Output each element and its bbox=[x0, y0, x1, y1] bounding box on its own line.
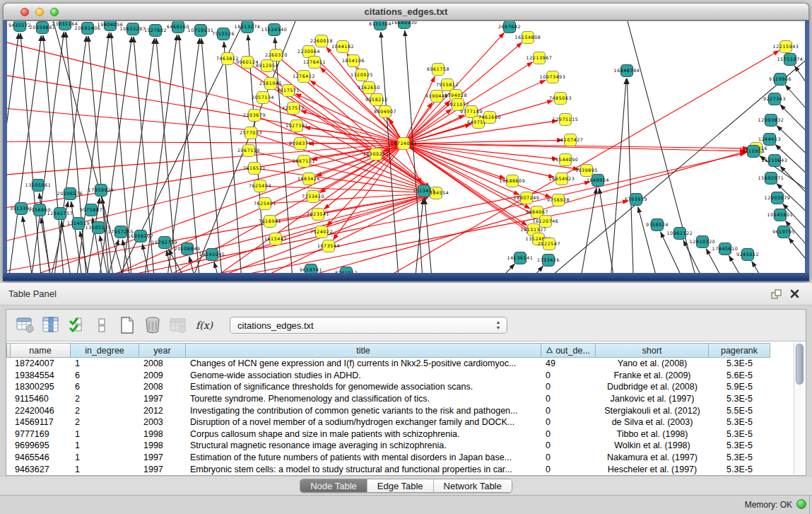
select-columns-icon[interactable] bbox=[64, 314, 88, 337]
column-header-out_de[interactable]: out_de... bbox=[541, 343, 596, 358]
citation-edge-black[interactable] bbox=[777, 184, 805, 231]
citation-edge-red[interactable] bbox=[404, 33, 505, 144]
cell-year[interactable]: 2009 bbox=[139, 370, 186, 380]
rows-icon[interactable] bbox=[90, 314, 114, 337]
cell-name[interactable]: 9465546 bbox=[11, 452, 71, 462]
cell-year[interactable]: 2008 bbox=[139, 382, 186, 392]
cell-out_de[interactable]: 0 bbox=[541, 452, 596, 462]
citation-edge-black[interactable] bbox=[464, 264, 514, 273]
column-header-in_degree[interactable]: in_degree bbox=[71, 343, 139, 358]
table-row[interactable]: 1872400712008Changes of HCN gene express… bbox=[6, 358, 806, 370]
cell-short[interactable]: Franke et al. (2009) bbox=[596, 370, 709, 380]
column-header-pagerank[interactable]: pagerank bbox=[709, 343, 770, 358]
cell-out_de[interactable]: 0 bbox=[541, 370, 596, 380]
table-vertical-scrollbar[interactable] bbox=[794, 343, 804, 474]
cell-short[interactable]: Nakamura et al. (1997) bbox=[596, 452, 709, 462]
citation-edge-black[interactable] bbox=[599, 188, 620, 273]
citation-edge-black[interactable] bbox=[7, 35, 42, 273]
network-canvas[interactable]: 1872400719384554183002951615480812213967… bbox=[7, 21, 805, 273]
table-row[interactable]: 969969511998Structural magnetic resonanc… bbox=[6, 440, 806, 452]
cell-in_degree[interactable]: 2 bbox=[71, 406, 139, 416]
cell-name[interactable]: 22420046 bbox=[11, 406, 71, 416]
cell-short[interactable]: Jankovic et al. (1997) bbox=[596, 394, 709, 404]
cell-year[interactable]: 1998 bbox=[139, 429, 186, 439]
new-table-icon[interactable] bbox=[115, 314, 139, 337]
network-window-titlebar[interactable]: citations_edges.txt bbox=[3, 3, 809, 21]
cell-name[interactable]: 19384554 bbox=[11, 370, 71, 380]
citation-edge-red[interactable] bbox=[7, 194, 428, 273]
column-chooser-icon[interactable] bbox=[39, 314, 63, 337]
cell-year[interactable]: 1997 bbox=[139, 465, 186, 474]
cell-title[interactable]: Embryonic stem cells: a model to study s… bbox=[186, 465, 541, 474]
cell-name[interactable]: 9463627 bbox=[11, 465, 71, 474]
cell-in_degree[interactable]: 1 bbox=[71, 358, 139, 368]
cell-title[interactable]: Estimation of the future numbers of pati… bbox=[186, 452, 541, 462]
table-row[interactable]: 2242004622012Investigating the contribut… bbox=[6, 404, 806, 416]
citation-edge-black[interactable] bbox=[638, 207, 667, 273]
cell-year[interactable]: 1997 bbox=[139, 394, 186, 404]
cell-title[interactable]: Investigating the contribution of common… bbox=[186, 406, 541, 416]
cell-in_degree[interactable]: 6 bbox=[71, 370, 139, 380]
close-panel-icon[interactable] bbox=[788, 288, 802, 300]
cell-short[interactable]: Dudbridge et al. (2008) bbox=[596, 382, 709, 392]
float-panel-icon[interactable] bbox=[770, 288, 784, 300]
cell-in_degree[interactable]: 1 bbox=[71, 452, 139, 462]
tab-edge-table[interactable]: Edge Table bbox=[367, 479, 433, 492]
cell-pagerank[interactable]: 5.3E-5 bbox=[709, 429, 770, 439]
citation-edge-black[interactable] bbox=[780, 105, 805, 152]
cell-pagerank[interactable]: 5.3E-5 bbox=[709, 417, 770, 427]
cell-out_de[interactable]: 0 bbox=[541, 440, 596, 450]
cell-pagerank[interactable]: 5.3E-5 bbox=[709, 440, 770, 450]
citation-edge-black[interactable] bbox=[627, 78, 635, 273]
citation-edge-black[interactable] bbox=[66, 32, 90, 273]
citation-edge-red[interactable] bbox=[271, 83, 430, 189]
citation-edge-black[interactable] bbox=[789, 238, 805, 273]
cell-year[interactable]: 2003 bbox=[139, 417, 186, 427]
cell-in_degree[interactable]: 1 bbox=[71, 429, 139, 439]
function-builder-icon[interactable]: f(x) bbox=[192, 314, 216, 337]
citation-edge-red[interactable] bbox=[260, 186, 428, 193]
citation-edge-black[interactable] bbox=[608, 78, 626, 273]
citation-edge-black[interactable] bbox=[43, 35, 67, 273]
citation-edge-red[interactable] bbox=[404, 144, 554, 177]
cell-title[interactable]: Estimation of significance thresholds fo… bbox=[186, 382, 541, 392]
cell-in_degree[interactable]: 1 bbox=[71, 465, 139, 474]
citation-edge-black[interactable] bbox=[785, 85, 805, 132]
cell-pagerank[interactable]: 5.9E-5 bbox=[709, 382, 770, 392]
cell-out_de[interactable]: 0 bbox=[541, 417, 596, 427]
cell-in_degree[interactable]: 1 bbox=[71, 440, 139, 450]
cell-name[interactable]: 18300295 bbox=[11, 382, 71, 392]
table-row[interactable]: 911546021997Tourette syndrome. Phenomeno… bbox=[6, 393, 806, 405]
cell-short[interactable]: Tibbo et al. (1998) bbox=[596, 429, 709, 439]
cell-short[interactable]: Stergiakouli et al. (2012) bbox=[596, 406, 709, 416]
cell-name[interactable]: 9115460 bbox=[11, 394, 71, 404]
table-row[interactable]: 1830029562008Estimation of significance … bbox=[6, 381, 806, 393]
cell-pagerank[interactable]: 5.3E-5 bbox=[709, 358, 770, 368]
cell-title[interactable]: Disruption of a novel member of a sodium… bbox=[186, 417, 541, 427]
citation-edge-black[interactable] bbox=[496, 266, 543, 273]
cell-pagerank[interactable]: 5.3E-5 bbox=[709, 465, 770, 474]
cell-out_de[interactable]: 49 bbox=[541, 358, 596, 368]
table-row[interactable]: 1456911722003Disruption of a novel membe… bbox=[6, 416, 806, 428]
cell-name[interactable]: 14569117 bbox=[11, 417, 71, 427]
cell-in_degree[interactable]: 2 bbox=[71, 417, 139, 427]
column-header-short[interactable]: short bbox=[596, 343, 709, 358]
cell-short[interactable]: Yano et al. (2008) bbox=[596, 358, 709, 368]
citation-edge-black[interactable] bbox=[7, 33, 19, 273]
cell-title[interactable]: Genome-wide association studies in ADHD. bbox=[186, 370, 541, 380]
cell-title[interactable]: Changes of HCN gene expression and I(f) … bbox=[186, 358, 541, 368]
delete-table-icon[interactable] bbox=[141, 314, 165, 337]
column-header-name[interactable]: name bbox=[11, 343, 71, 358]
cell-pagerank[interactable]: 5.3E-5 bbox=[709, 452, 770, 462]
citation-edge-black[interactable] bbox=[201, 38, 225, 273]
cell-name[interactable]: 9699695 bbox=[11, 440, 71, 450]
citation-edge-black[interactable] bbox=[94, 37, 132, 273]
citation-edge-black[interactable] bbox=[425, 199, 435, 273]
cell-year[interactable]: 1998 bbox=[139, 440, 186, 450]
tab-node-table[interactable]: Node Table bbox=[300, 479, 367, 492]
cell-year[interactable]: 2012 bbox=[139, 406, 186, 416]
table-selector-dropdown[interactable]: citations_edges.txt▲▼ bbox=[230, 317, 507, 334]
cell-pagerank[interactable]: 5.6E-5 bbox=[709, 370, 770, 380]
cell-pagerank[interactable]: 5.5E-5 bbox=[709, 406, 770, 416]
citation-edge-black[interactable] bbox=[71, 33, 110, 273]
